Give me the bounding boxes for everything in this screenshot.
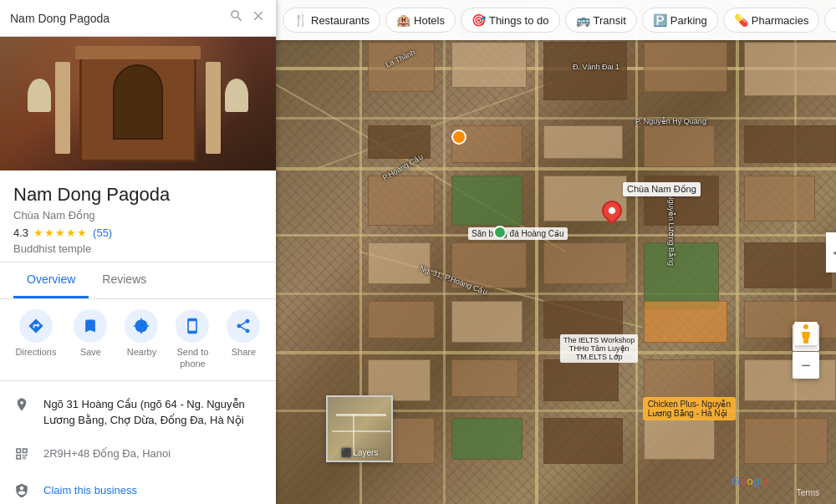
nearby-icon — [125, 309, 158, 343]
details-list: Ngõ 31 Hoàng Cầu (ngõ 64 - Ng. Nguyễn Lư… — [0, 381, 276, 504]
save-icon — [74, 309, 107, 343]
svg-rect-1 — [803, 339, 806, 344]
map-marker-main[interactable] — [602, 201, 622, 227]
chip-atms[interactable]: 💳 ATMs — [824, 8, 836, 33]
search-input[interactable] — [10, 12, 222, 25]
share-button[interactable]: Share — [227, 309, 260, 370]
place-subtitle: Chùa Nam Đồng — [13, 209, 263, 221]
san-bong-label: Sân bóng đá Hoàng Cầu — [468, 227, 568, 240]
plus-code-icon — [13, 446, 30, 466]
directions-icon — [19, 309, 53, 343]
layers-button[interactable]: ⬛ Layers — [341, 448, 379, 457]
address-item[interactable]: Ngõ 31 Hoàng Cầu (ngõ 64 - Ng. Nguyễn Lư… — [0, 388, 276, 437]
stars: ★★★★★ — [33, 227, 88, 239]
google-logo: Google — [732, 475, 769, 487]
send-label: Send tophone — [176, 346, 208, 370]
marker-green — [493, 226, 507, 239]
info-section: Nam Dong Pagoda Chùa Nam Đồng 4.3 ★★★★★ … — [0, 171, 276, 262]
chip-hotels-label: Hotels — [414, 14, 445, 27]
marker-orange — [451, 130, 466, 145]
chip-things-label: Things to do — [489, 14, 549, 27]
transit-icon: 🚌 — [576, 13, 590, 27]
claim-business-text: Claim this business — [43, 482, 137, 499]
rating-row: 4.3 ★★★★★ (55) — [13, 227, 263, 239]
hero-image — [0, 37, 276, 171]
send-to-phone-button[interactable]: Send tophone — [176, 309, 209, 370]
chip-hotels[interactable]: 🏨 Hotels — [385, 8, 456, 33]
save-label: Save — [80, 346, 101, 358]
plus-code-item[interactable]: 2R9H+48 Đống Đa, Hanoi — [0, 437, 276, 474]
send-icon — [176, 309, 209, 343]
save-button[interactable]: Save — [74, 309, 107, 370]
pegman-button[interactable] — [794, 322, 818, 345]
map-panel[interactable]: P.Hoàng Cầu Đ. Vành Đai 1 P. Nguyễn Hý Q… — [276, 0, 836, 504]
claim-business-item[interactable]: Claim this business — [0, 474, 276, 504]
share-icon — [227, 309, 260, 343]
actions-row: Directions Save Nearby — [0, 299, 276, 381]
nearby-label: Nearby — [127, 346, 156, 358]
filter-bar: 🍴 Restaurants 🏨 Hotels 🎯 Things to do 🚌 … — [276, 0, 836, 40]
mini-map[interactable]: ⬛ Layers — [326, 395, 393, 462]
place-name: Nam Dong Pagoda — [13, 184, 263, 206]
chip-restaurants-label: Restaurants — [311, 14, 370, 27]
terms-text: Terms — [797, 488, 819, 497]
chip-parking[interactable]: 🅿️ Parking — [642, 8, 718, 33]
left-panel: Nam Dong Pagoda Chùa Nam Đồng 4.3 ★★★★★ … — [0, 0, 276, 504]
tabs-row: Overview Reviews — [0, 262, 276, 299]
search-button[interactable] — [229, 8, 244, 28]
pharmacy-icon: 💊 — [734, 13, 748, 27]
svg-point-0 — [803, 324, 808, 329]
zoom-out-button[interactable]: − — [793, 352, 819, 379]
hotel-icon: 🏨 — [396, 13, 410, 27]
close-button[interactable] — [251, 8, 266, 28]
chip-pharmacies[interactable]: 💊 Pharmacies — [723, 8, 820, 33]
chip-parking-label: Parking — [670, 14, 707, 27]
directions-label: Directions — [16, 346, 57, 358]
chip-restaurants[interactable]: 🍴 Restaurants — [283, 8, 380, 33]
parking-icon: 🅿️ — [653, 13, 667, 27]
plus-code-text: 2R9H+48 Đống Đa, Hanoi — [43, 445, 171, 462]
share-label: Share — [232, 346, 256, 358]
directions-button[interactable]: Directions — [16, 309, 57, 370]
chip-transit-label: Transit — [594, 14, 626, 27]
svg-rect-2 — [806, 339, 808, 344]
nearby-button[interactable]: Nearby — [125, 309, 158, 370]
rating-number: 4.3 — [13, 227, 28, 239]
things-icon: 🎯 — [472, 13, 486, 27]
address-text: Ngõ 31 Hoàng Cầu (ngõ 64 - Ng. Nguyễn Lư… — [43, 396, 263, 429]
search-bar — [0, 0, 276, 37]
chicken-plus-label: Chicken Plus- NguyễnLương Bằng - Hà Nội — [643, 397, 736, 420]
place-type: Buddhist temple — [13, 242, 263, 255]
restaurant-icon: 🍴 — [293, 13, 308, 27]
claim-icon — [13, 483, 30, 502]
chip-transit[interactable]: 🚌 Transit — [565, 8, 637, 33]
location-icon — [13, 397, 30, 416]
tab-reviews[interactable]: Reviews — [89, 262, 160, 298]
tab-overview[interactable]: Overview — [13, 262, 89, 298]
review-count[interactable]: (55) — [93, 227, 112, 239]
ielts-label: The IELTS WorkshopTHHo Tâm LuyệnTM.ELTS … — [560, 334, 638, 363]
pin-shape — [598, 196, 626, 225]
chip-things-to-do[interactable]: 🎯 Things to do — [461, 8, 560, 33]
map-place-label: Chùa Nam Đồng — [623, 182, 701, 196]
chip-pharmacies-label: Pharmacies — [752, 14, 809, 27]
